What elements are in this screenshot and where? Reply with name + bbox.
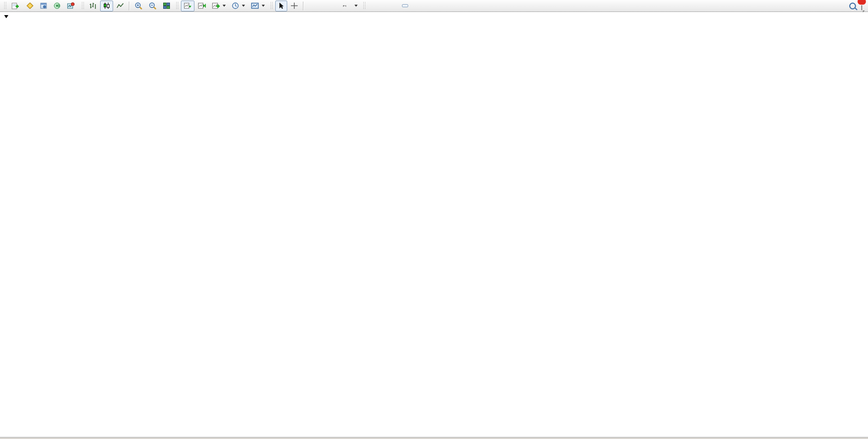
auto-scroll-button[interactable] xyxy=(181,1,194,11)
market-watch-button[interactable] xyxy=(23,1,36,11)
toolbar-grip[interactable] xyxy=(81,2,84,10)
chart-window[interactable] xyxy=(0,12,868,439)
cursor-icon xyxy=(278,2,285,9)
one-click-trading-toggle-icon[interactable] xyxy=(4,15,8,18)
timeframe-m15[interactable] xyxy=(382,4,388,7)
dropdown-caret-icon xyxy=(354,5,358,7)
channel-tool-button[interactable] xyxy=(323,1,328,11)
sound-signal-icon xyxy=(53,2,61,9)
candlestick-mode-button[interactable] xyxy=(100,1,113,11)
toolbar-grip[interactable] xyxy=(4,2,6,10)
crosshair-tool-button[interactable] xyxy=(288,1,301,11)
template-icon xyxy=(251,2,259,9)
bar-chart-icon xyxy=(89,2,97,9)
timeframe-h4[interactable] xyxy=(402,4,408,7)
tile-windows-icon xyxy=(163,2,170,9)
text-label-tool-button[interactable] xyxy=(340,1,349,11)
market-watch-icon xyxy=(26,2,34,9)
fibonacci-tool-button[interactable] xyxy=(329,1,334,11)
text-label-icon xyxy=(343,5,346,6)
auto-scroll-icon xyxy=(184,2,192,9)
arrows-tool-button[interactable] xyxy=(349,1,360,11)
dropdown-caret-icon xyxy=(262,5,265,7)
toolbar-separator xyxy=(303,2,304,10)
chart-shift-button[interactable] xyxy=(195,1,209,11)
timeframe-d1[interactable] xyxy=(409,4,415,7)
new-order-button[interactable] xyxy=(9,1,23,11)
mt4-terminal: { "toolbar": { "new_order": "新订单", "auto… xyxy=(0,0,868,439)
crosshair-icon xyxy=(290,2,298,9)
zoom-out-icon xyxy=(149,2,157,10)
timeframe-h1[interactable] xyxy=(395,4,401,7)
toolbar-separator xyxy=(129,2,130,10)
line-chart-mode-button[interactable] xyxy=(114,1,127,11)
timeframe-m5[interactable] xyxy=(375,4,381,7)
horizontal-line-tool-button[interactable] xyxy=(312,1,317,11)
periods-button[interactable] xyxy=(229,1,248,11)
cursor-tool-button[interactable] xyxy=(275,1,287,11)
alerts-button[interactable] xyxy=(51,1,64,11)
candlestick-icon xyxy=(103,2,111,9)
data-window-icon xyxy=(40,2,47,9)
timeframe-mn[interactable] xyxy=(422,4,429,7)
new-chart-button[interactable] xyxy=(209,1,228,11)
notification-badge xyxy=(857,0,866,5)
text-tool-button[interactable] xyxy=(335,1,340,11)
price-chart-canvas[interactable] xyxy=(0,12,868,439)
chart-shift-icon xyxy=(198,2,206,9)
timeframe-w1[interactable] xyxy=(415,4,422,7)
line-chart-icon xyxy=(116,2,124,9)
clock-icon xyxy=(231,2,239,9)
new-chart-icon xyxy=(212,2,220,9)
new-order-icon xyxy=(11,2,19,9)
window-bottom-edge xyxy=(0,437,868,439)
toolbar-grip[interactable] xyxy=(176,2,178,10)
auto-trading-button[interactable] xyxy=(64,1,79,11)
top-toolbar xyxy=(0,0,868,12)
zoom-in-button[interactable] xyxy=(132,1,145,11)
timeframe-m1[interactable] xyxy=(368,4,374,7)
zoom-out-button[interactable] xyxy=(146,1,160,11)
toolbar-grip[interactable] xyxy=(363,2,365,10)
auto-trading-icon xyxy=(67,2,75,9)
templates-button[interactable] xyxy=(248,1,267,11)
vertical-line-tool-button[interactable] xyxy=(306,1,311,11)
chart-title xyxy=(4,15,22,18)
dropdown-caret-icon xyxy=(242,5,245,7)
tile-windows-button[interactable] xyxy=(160,1,173,11)
search-icon[interactable] xyxy=(849,3,856,9)
trendline-tool-button[interactable] xyxy=(317,1,323,11)
toolbar-grip[interactable] xyxy=(270,2,273,10)
data-window-button[interactable] xyxy=(37,1,50,11)
bar-chart-mode-button[interactable] xyxy=(87,1,100,11)
timeframe-m30[interactable] xyxy=(388,4,395,7)
dropdown-caret-icon xyxy=(223,5,226,7)
notifications-button[interactable] xyxy=(861,1,862,10)
zoom-in-icon xyxy=(135,2,143,10)
